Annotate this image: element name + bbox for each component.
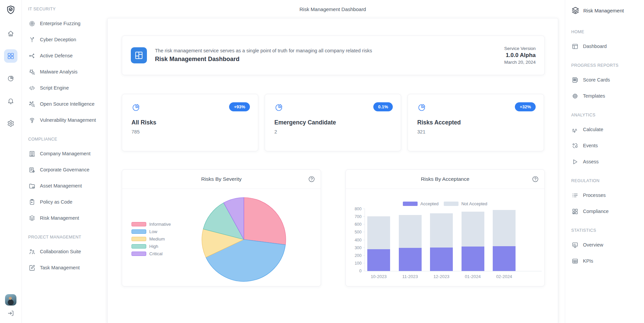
- rail-item-analytics[interactable]: [4, 72, 17, 85]
- help-icon[interactable]: [308, 175, 315, 184]
- x-axis-label: 12-2023: [426, 274, 457, 279]
- rightbar-section-home: HOME: [565, 25, 644, 38]
- app-logo: [5, 5, 16, 17]
- nav-item-label: KPIs: [583, 258, 593, 264]
- rightbar-item-overview[interactable]: Overview: [565, 237, 644, 253]
- nav-item-label: Policy as Code: [40, 199, 72, 205]
- nav-item-label: Overview: [583, 242, 603, 248]
- rightbar-item-compliance[interactable]: Compliance: [565, 203, 644, 219]
- rightbar-item-processes[interactable]: Processes: [565, 187, 644, 203]
- scorecard-icon: [572, 76, 579, 84]
- stat-title: Risks Accepted: [417, 119, 534, 126]
- sidebar-item-script-engine[interactable]: Script Engine: [21, 80, 107, 96]
- sidebar-section-project-management: PROJECT MANAGEMENT: [21, 231, 107, 244]
- sidebar-item-open-source-intelligence[interactable]: Open Source Intelligence: [21, 96, 107, 112]
- y-axis-label: 800: [355, 207, 362, 211]
- target-icon: [29, 20, 36, 27]
- rightbar-section-statistics: STATISTICS: [565, 224, 644, 237]
- bar-accepted: [462, 247, 484, 271]
- rightbar-item-calculate[interactable]: Calculate: [565, 121, 644, 138]
- code-icon: [29, 85, 36, 92]
- rail-item-apps[interactable]: [4, 49, 17, 63]
- nav-item-label: Vulnerability Management: [40, 117, 96, 123]
- boxes-icon: [572, 208, 579, 215]
- x-axis-label: 11-2023: [394, 274, 426, 279]
- sidebar-item-vulnerability-management[interactable]: Vulnerability Management: [21, 112, 107, 128]
- bell-icon: [7, 97, 14, 105]
- sidebar-item-company-management[interactable]: Company Management: [21, 146, 107, 162]
- y-axis-label: 400: [355, 238, 362, 243]
- shield-check-icon: [5, 5, 16, 15]
- bar-accepted: [367, 249, 390, 271]
- dashboard-tile: [131, 47, 147, 63]
- gear-icon: [7, 120, 14, 127]
- sidebar-section-compliance: COMPLIANCE: [21, 133, 107, 146]
- rail-nav: [4, 27, 17, 130]
- stat-cards-row: +93%All Risks7850.1%Emergency Candidate2…: [122, 94, 544, 151]
- rail-item-settings[interactable]: [4, 117, 17, 130]
- right-sidebar: Risk Management HOMEDashboardPROGRESS RE…: [565, 0, 644, 323]
- rightbar-item-assess[interactable]: Assess: [565, 154, 644, 170]
- rightbar-item-kpis[interactable]: KPIs: [565, 253, 644, 269]
- y-tick: [363, 248, 365, 248]
- stat-title: All Risks: [131, 119, 249, 126]
- y-axis-label: 500: [355, 230, 362, 234]
- sidebar-item-enterprise-fuzzing[interactable]: Enterprise Fuzzing: [21, 15, 107, 32]
- bar-12-2023: [430, 213, 453, 271]
- nav-item-label: Open Source Intelligence: [40, 101, 95, 107]
- sidebar-item-active-defense[interactable]: Active Defense: [21, 48, 107, 64]
- layers-eye-icon: [571, 6, 580, 15]
- user-avatar[interactable]: [5, 294, 16, 306]
- nav-item-label: Active Defense: [40, 53, 73, 58]
- header-card-text: The risk management service serves as a …: [155, 48, 372, 63]
- rail-item-home[interactable]: [4, 27, 17, 40]
- sidebar-item-corporate-governance[interactable]: Corporate Governance: [21, 162, 107, 178]
- rightbar-item-dashboard[interactable]: Dashboard: [565, 38, 644, 54]
- bar-02-2024: [493, 210, 516, 271]
- left-sidebar: IT SECURITYEnterprise FuzzingCyber Decep…: [21, 0, 107, 323]
- nav-item-label: Compliance: [583, 209, 609, 214]
- pie-chart-header: Risks By Severity: [122, 170, 321, 189]
- branch-icon: [29, 36, 36, 43]
- left-sidebar-nav: IT SECURITYEnterprise FuzzingCyber Decep…: [21, 3, 107, 276]
- service-version-block: Service Version 1.0.0 Alpha March 20, 20…: [504, 46, 536, 65]
- people-icon: [29, 248, 36, 255]
- legend-label: Accepted: [420, 201, 438, 206]
- list-icon: [572, 192, 579, 199]
- y-axis-label: 700: [355, 214, 362, 219]
- rail-item-notifications[interactable]: [4, 94, 17, 108]
- header-card-title: Risk Management Dashboard: [155, 56, 372, 63]
- rightbar-item-score-cards[interactable]: Score Cards: [565, 72, 644, 88]
- y-axis-label: 200: [355, 253, 362, 258]
- nav-item-label: Task Management: [40, 265, 79, 270]
- y-tick: [363, 209, 365, 209]
- sidebar-item-cyber-deception[interactable]: Cyber Deception: [21, 32, 107, 48]
- dashboard-layout-icon: [134, 50, 144, 60]
- nav-item-label: Company Management: [40, 151, 91, 156]
- sidebar-item-risk-management[interactable]: Risk Management: [21, 210, 107, 226]
- help-icon[interactable]: [532, 175, 539, 184]
- pie-icon: [7, 75, 14, 82]
- page-title: Risk Management Dashboard: [107, 0, 558, 18]
- sidebar-section-it-security: IT SECURITY: [21, 3, 107, 15]
- logout-icon: [7, 310, 14, 317]
- table-icon: [572, 258, 579, 265]
- risks-by-severity-card: Risks By Severity InformativeLowMediumHi…: [122, 169, 321, 286]
- stat-badge: 0.1%: [373, 102, 393, 111]
- pie-icon: [131, 103, 141, 112]
- nav-item-label: Script Engine: [40, 85, 69, 91]
- x-axis-label: 01-2024: [457, 274, 489, 279]
- nav-item-label: Asset Management: [40, 183, 82, 189]
- sidebar-item-policy-as-code[interactable]: Policy as Code: [21, 194, 107, 210]
- service-version-date: March 20, 2024: [504, 60, 536, 65]
- sidebar-item-task-management[interactable]: Task Management: [21, 260, 107, 276]
- rightbar-item-templates[interactable]: Templates: [565, 88, 644, 104]
- nav-item-label: Enterprise Fuzzing: [40, 21, 80, 26]
- nav-item-label: Events: [583, 143, 598, 148]
- nav-item-label: Corporate Governance: [40, 167, 90, 172]
- sidebar-item-malware-analysis[interactable]: Malware Analysis: [21, 64, 107, 80]
- sidebar-item-collaboration-suite[interactable]: Collaboration Suite: [21, 244, 107, 260]
- sidebar-item-asset-management[interactable]: Asset Management: [21, 178, 107, 194]
- logout-button[interactable]: [7, 310, 14, 318]
- rightbar-item-events[interactable]: Events: [565, 138, 644, 154]
